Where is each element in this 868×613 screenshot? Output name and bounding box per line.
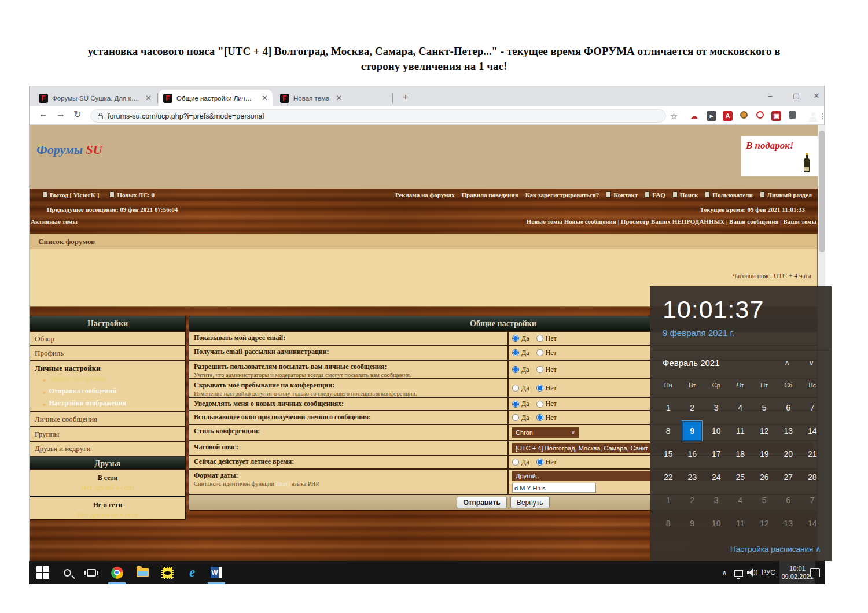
calendar-day-selected[interactable]: 9 bbox=[682, 421, 702, 441]
browser-menu-icon[interactable]: ⋮ bbox=[818, 111, 827, 121]
radio-yes[interactable] bbox=[512, 385, 519, 392]
scrollbar-thumb[interactable] bbox=[819, 131, 825, 252]
batman-app-icon[interactable] bbox=[160, 566, 174, 579]
submit-button[interactable]: Отправить bbox=[457, 497, 506, 508]
calendar-day[interactable]: 2 bbox=[681, 396, 705, 419]
internet-explorer-icon[interactable]: e bbox=[185, 566, 199, 579]
pdf-extension-icon[interactable]: A bbox=[723, 111, 733, 121]
calendar-day[interactable]: 14 bbox=[800, 419, 825, 442]
forum-list-title[interactable]: Список форумов bbox=[30, 234, 817, 249]
date-format-input[interactable] bbox=[512, 483, 596, 493]
back-button[interactable]: ← bbox=[39, 109, 48, 119]
address-bar[interactable]: forums-su.com/ucp.php?i=prefs&mode=perso… bbox=[90, 109, 666, 123]
nav-faq-link[interactable]: FAQ bbox=[645, 191, 665, 198]
nav-members-link[interactable]: Пользователи bbox=[705, 191, 752, 198]
sidebar-item-friends-foes[interactable]: Друзья и недруги bbox=[30, 441, 185, 456]
date-function-link[interactable]: date() bbox=[276, 481, 290, 487]
volume-icon[interactable]: )) bbox=[745, 566, 759, 579]
radio-no[interactable] bbox=[536, 459, 543, 466]
calendar-day[interactable]: 23 bbox=[681, 466, 705, 489]
calendar-day[interactable]: 9 bbox=[681, 512, 705, 535]
language-indicator[interactable]: РУС bbox=[759, 566, 778, 579]
sidebar-item-general-settings[interactable]: »Общие настройки bbox=[35, 373, 185, 385]
reset-button[interactable]: Вернуть bbox=[510, 497, 550, 508]
calendar-day[interactable]: 15 bbox=[656, 442, 681, 466]
start-button[interactable] bbox=[36, 566, 50, 579]
new-pm-link[interactable]: Новых ЛС: 0 bbox=[109, 191, 155, 198]
nav-ucp-link[interactable]: Личный раздел bbox=[760, 191, 812, 198]
radio-yes[interactable] bbox=[512, 459, 519, 466]
chrome-icon[interactable] bbox=[110, 566, 124, 579]
sidebar-item-private-messages[interactable]: Личные сообщения bbox=[30, 411, 185, 426]
calendar-day[interactable]: 16 bbox=[681, 442, 705, 466]
calendar-day[interactable]: 19 bbox=[752, 442, 777, 466]
reload-button[interactable]: ↻ bbox=[73, 109, 81, 120]
calendar-day[interactable]: 13 bbox=[777, 512, 801, 535]
calendar-day[interactable]: 3 bbox=[704, 489, 729, 512]
tab-general-settings[interactable]: F Общие настройки Личный разд ✕ bbox=[159, 90, 273, 106]
active-topics-link[interactable]: Активные темы bbox=[31, 218, 78, 225]
calendar-day[interactable]: 4 bbox=[729, 396, 753, 419]
bookmark-star-icon[interactable]: ☆ bbox=[669, 111, 679, 121]
profile-avatar[interactable] bbox=[803, 110, 812, 120]
tab-close-icon[interactable]: ✕ bbox=[143, 94, 152, 102]
calendar-day[interactable]: 2 bbox=[681, 489, 705, 512]
calendar-day[interactable]: 10 bbox=[704, 419, 729, 442]
tray-chevron-icon[interactable]: ∧ bbox=[718, 566, 731, 579]
calendar-day[interactable]: 8 bbox=[656, 419, 681, 442]
maximize-button[interactable]: ▢ bbox=[788, 88, 805, 104]
calendar-day[interactable]: 24 bbox=[704, 466, 729, 489]
radio-yes[interactable] bbox=[512, 414, 519, 421]
radio-no[interactable] bbox=[536, 366, 543, 373]
task-view-icon[interactable] bbox=[84, 566, 98, 579]
calendar-day[interactable]: 3 bbox=[704, 396, 729, 419]
logout-link[interactable]: Выход [ VictorK ] bbox=[42, 191, 99, 198]
calendar-prev-month-icon[interactable]: ∧ bbox=[784, 358, 790, 367]
calendar-day[interactable]: 11 bbox=[729, 512, 753, 535]
calendar-day[interactable]: 1 bbox=[656, 489, 681, 512]
calendar-day[interactable]: 6 bbox=[777, 489, 801, 512]
calendar-day[interactable]: 17 bbox=[704, 442, 729, 466]
file-explorer-icon[interactable] bbox=[135, 566, 149, 579]
radio-yes[interactable] bbox=[512, 401, 519, 408]
calendar-day[interactable]: 12 bbox=[752, 512, 777, 535]
calendar-day[interactable]: 8 bbox=[656, 512, 681, 535]
action-center-icon[interactable] bbox=[808, 566, 822, 579]
clock-extension-icon[interactable] bbox=[755, 111, 765, 121]
calendar-day[interactable]: 28 bbox=[800, 466, 825, 489]
calendar-day[interactable]: 22 bbox=[656, 466, 681, 489]
calendar-day[interactable]: 25 bbox=[729, 466, 753, 489]
calendar-day[interactable]: 5 bbox=[752, 489, 777, 512]
search-icon[interactable] bbox=[60, 566, 74, 579]
radio-yes[interactable] bbox=[512, 366, 519, 373]
calendar-day[interactable]: 7 bbox=[800, 396, 825, 419]
nav-contact-link[interactable]: Контакт bbox=[606, 191, 638, 198]
radio-yes[interactable] bbox=[512, 335, 519, 342]
sidebar-item-profile[interactable]: Профиль bbox=[30, 345, 185, 360]
calendar-day[interactable]: 4 bbox=[729, 489, 753, 512]
calendar-day[interactable]: 27 bbox=[777, 466, 801, 489]
tab-new-topic[interactable]: F Новая тема ✕ bbox=[275, 90, 388, 106]
calendar-day[interactable]: 7 bbox=[800, 489, 825, 512]
calendar-day[interactable]: 18 bbox=[729, 442, 753, 466]
nav-search-link[interactable]: Поиск bbox=[672, 191, 698, 198]
word-icon[interactable] bbox=[209, 566, 223, 579]
calendar-day[interactable]: 12 bbox=[752, 419, 777, 442]
dark-extension-icon[interactable]: ▸ bbox=[707, 111, 716, 121]
calendar-next-month-icon[interactable]: ∨ bbox=[808, 358, 814, 367]
network-icon[interactable] bbox=[731, 566, 745, 579]
extensions-puzzle-icon[interactable] bbox=[788, 111, 797, 121]
nav-rules-link[interactable]: Правила поведения bbox=[461, 191, 518, 198]
calendar-day[interactable]: 5 bbox=[752, 396, 777, 419]
radio-yes[interactable] bbox=[512, 349, 519, 356]
forum-logo[interactable]: Форумы SU bbox=[36, 142, 102, 157]
calendar-day[interactable]: 10 bbox=[704, 512, 729, 535]
minimize-button[interactable]: – bbox=[762, 88, 779, 104]
gift-banner[interactable]: В подарок! bbox=[741, 136, 818, 176]
radio-no[interactable] bbox=[536, 401, 543, 408]
sidebar-item-personal-settings[interactable]: Личные настройки bbox=[35, 364, 185, 373]
nav-ads-link[interactable]: Реклама на форумах bbox=[395, 191, 455, 198]
tab-close-icon[interactable]: ✕ bbox=[333, 94, 342, 102]
person-extension-icon[interactable] bbox=[739, 111, 749, 121]
sidebar-item-groups[interactable]: Группы bbox=[30, 426, 185, 441]
